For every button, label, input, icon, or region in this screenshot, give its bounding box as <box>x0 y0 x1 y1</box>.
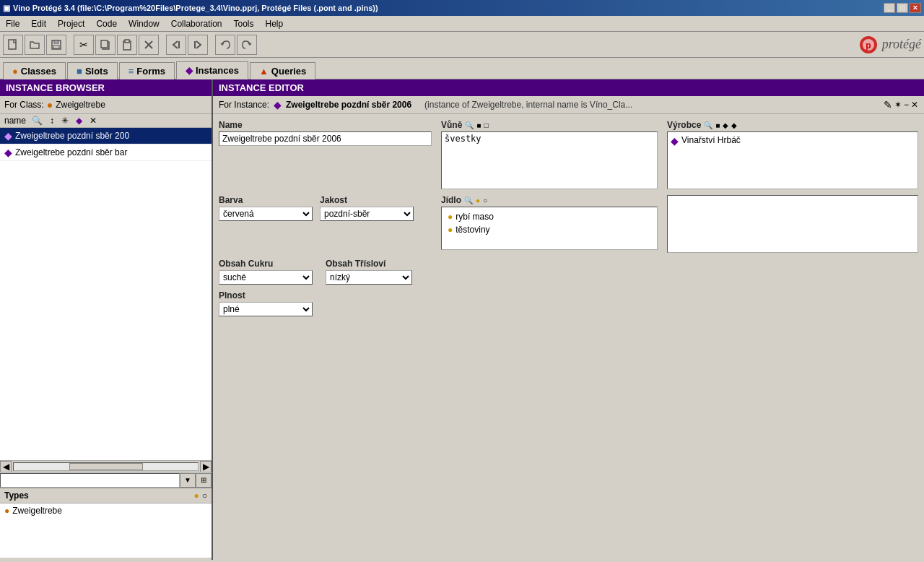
svg-rect-5 <box>101 40 108 48</box>
tab-queries[interactable]: ▲ Queries <box>250 62 315 79</box>
plnost-select[interactable]: plné lehké střední <box>219 302 313 316</box>
browser-input-row: ▼ ⊞ <box>0 472 212 488</box>
for-class-value: Zweigeltrebe <box>56 100 105 110</box>
obsah-cukru-select[interactable]: suché polosuché polosladké sladké <box>219 270 313 285</box>
redo-button[interactable] <box>237 35 257 55</box>
instance-meta: (instance of Zweigeltrebe, internal name… <box>424 100 632 110</box>
types-remove-button[interactable]: ○ <box>202 490 207 501</box>
menu-code[interactable]: Code <box>90 17 123 30</box>
vyrobce-more-icon[interactable]: ◆ <box>723 121 728 129</box>
title-text: ▣ Vino Protégé 3.4 (file:\C:\Program%20F… <box>3 4 378 13</box>
instance-item[interactable]: ◆ Zweigeltrebe pozdní sběr 200 <box>0 128 212 144</box>
vune-textarea[interactable]: švestky <box>441 131 658 189</box>
title-bar: ▣ Vino Protégé 3.4 (file:\C:\Program%20F… <box>0 0 924 16</box>
tab-instances[interactable]: ◆ Instances <box>176 61 248 79</box>
types-item[interactable]: ● Zweigeltrebe <box>0 503 212 518</box>
jidlo-search-icon[interactable]: 🔍 <box>464 196 473 204</box>
delete-button[interactable] <box>139 35 159 55</box>
name-input[interactable] <box>219 131 432 146</box>
jidlo-add-icon[interactable]: ● <box>476 196 480 204</box>
new-button[interactable] <box>3 35 23 55</box>
cut-button[interactable]: ✂ <box>74 35 94 55</box>
tab-slots[interactable]: ■ Slots <box>67 62 118 79</box>
tab-classes[interactable]: ● Classes <box>3 62 66 79</box>
jakost-select[interactable]: pozdní-sběr kabinet výběr <box>320 207 414 221</box>
for-instance-label: For Instance: <box>219 100 269 110</box>
jidlo-remove-icon[interactable]: ○ <box>483 196 487 204</box>
scroll-thumb <box>69 463 143 470</box>
app-icon: ▣ <box>3 4 10 13</box>
name-label: Name <box>219 120 243 130</box>
menu-help[interactable]: Help <box>260 17 289 30</box>
for-class-label: For Class: <box>4 100 44 110</box>
remove-instance-button[interactable]: ✕ <box>88 116 98 126</box>
paste-button[interactable] <box>117 35 137 55</box>
open-button[interactable] <box>25 35 45 55</box>
sort-instance-button[interactable]: ↕ <box>48 116 56 126</box>
tab-bar: ● Classes ■ Slots ≡ Forms ◆ Instances ▲ … <box>0 58 924 79</box>
vune-label: Vůně <box>441 120 462 130</box>
instance-item[interactable]: ◆ Zweigeltrebe pozdní sběr bar <box>0 144 212 161</box>
edit-icon[interactable]: ✎ <box>884 99 892 111</box>
undo-button[interactable] <box>215 35 235 55</box>
barva-select[interactable]: červená <box>219 207 313 221</box>
vyrobce-search-icon[interactable]: 🔍 <box>704 121 712 129</box>
move-left-button[interactable] <box>166 35 186 55</box>
scroll-track[interactable] <box>13 462 199 471</box>
add-instance-button[interactable]: ✳ <box>60 116 70 126</box>
form-row-1: Name Vůně 🔍 ■ □ švestky <box>219 120 918 189</box>
jakost-field: Jakost pozdní-sběr kabinet výběr <box>320 195 414 221</box>
vune-add-icon[interactable]: ■ <box>476 121 481 129</box>
vyrobce-add-icon[interactable]: ■ <box>715 121 720 129</box>
jidlo-item[interactable]: ● těstoviny <box>445 223 654 236</box>
minimize-editor-icon[interactable]: − <box>904 100 909 110</box>
scroll-right-button[interactable]: ▶ <box>200 461 212 472</box>
vune-remove-icon[interactable]: □ <box>484 121 488 129</box>
form-row-4: Plnost plné lehké střední <box>219 290 918 316</box>
types-add-button[interactable]: ● <box>194 490 199 501</box>
vyrobce-value: Vinařství Hrbáč <box>681 135 741 145</box>
jidlo-dot-icon: ● <box>448 212 453 222</box>
browser-input-dropdown[interactable]: ▼ <box>180 473 196 488</box>
vyrobce-label: Výrobce <box>667 120 701 130</box>
menu-bar: File Edit Project Code Window Collaborat… <box>0 16 924 32</box>
types-panel: Types ● ○ ● Zweigeltrebe <box>0 488 212 560</box>
instance-browser-panel: INSTANCE BROWSER For Class: ● Zweigeltre… <box>0 79 213 560</box>
close-editor-button[interactable]: ✕ <box>911 100 918 110</box>
vune-search-icon[interactable]: 🔍 <box>465 121 474 129</box>
menu-tools[interactable]: Tools <box>227 17 259 30</box>
for-class-row: For Class: ● Zweigeltrebe <box>0 96 212 114</box>
copy-button[interactable] <box>95 35 116 55</box>
menu-collaboration[interactable]: Collaboration <box>165 17 228 30</box>
obsah-cukru-label: Obsah Cukru <box>219 259 313 269</box>
instances-diamond-icon: ◆ <box>186 65 193 76</box>
menu-edit[interactable]: Edit <box>25 17 52 30</box>
tab-forms[interactable]: ≡ Forms <box>119 62 175 79</box>
browser-input-action[interactable]: ⊞ <box>196 473 212 488</box>
menu-window[interactable]: Window <box>123 17 165 30</box>
svg-rect-0 <box>9 40 16 49</box>
scroll-left-button[interactable]: ◀ <box>0 461 12 472</box>
jidlo-item[interactable]: ● rybí maso <box>445 210 654 223</box>
save-button[interactable] <box>46 35 66 55</box>
search-instance-button[interactable]: 🔍 <box>30 116 44 126</box>
menu-project[interactable]: Project <box>52 17 90 30</box>
obsah-trislovi-field: Obsah Třísloví nízký střední vysoký <box>326 259 412 285</box>
browser-search-input[interactable] <box>0 473 180 488</box>
menu-file[interactable]: File <box>0 17 25 30</box>
obsah-trislovi-label: Obsah Třísloví <box>326 259 412 269</box>
window-controls[interactable]: _ □ ✕ <box>884 3 921 13</box>
vyrobce-extra-icon[interactable]: ◆ <box>731 121 737 129</box>
horizontal-scrollbar[interactable]: ◀ ▶ <box>0 460 212 472</box>
diamond-instance-button[interactable]: ◆ <box>74 116 84 126</box>
barva-label: Barva <box>219 195 313 205</box>
obsah-trislovi-select[interactable]: nízký střední vysoký <box>326 270 412 285</box>
instance-editor-panel: INSTANCE EDITOR For Instance: ◆ Zweigelt… <box>213 79 924 560</box>
instance-label: Zweigeltrebe pozdní sběr bar <box>15 147 127 157</box>
close-button[interactable]: ✕ <box>910 3 921 13</box>
move-right-button[interactable] <box>188 35 208 55</box>
minimize-button[interactable]: _ <box>884 3 895 13</box>
star-icon[interactable]: ✶ <box>894 100 902 110</box>
maximize-button[interactable]: □ <box>897 3 908 13</box>
instance-diamond-icon: ◆ <box>4 147 12 158</box>
